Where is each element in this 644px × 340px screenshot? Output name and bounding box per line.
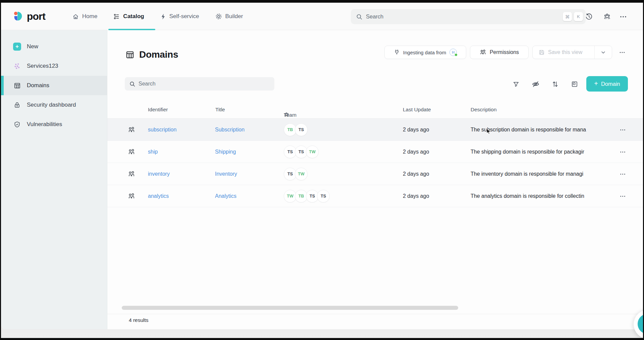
filter-button[interactable] — [509, 78, 522, 91]
team-avatar[interactable]: TS — [295, 123, 308, 136]
last-update: 2 days ago — [403, 185, 429, 207]
nav-item-builder[interactable]: Builder — [215, 13, 243, 20]
team-avatar[interactable]: TW — [295, 168, 308, 180]
table-row[interactable]: subscription Subscription TBTS 2 days ag… — [107, 119, 643, 141]
sidebar-item-security-dashboard[interactable]: Security dashboard — [1, 95, 107, 115]
identifier-link[interactable]: analytics — [148, 193, 169, 199]
table-icon — [13, 82, 21, 89]
blueprint-group-icon — [128, 141, 135, 163]
sidebar-item-new[interactable]: + New — [1, 37, 107, 56]
column-header-identifier[interactable]: Identifier — [148, 107, 168, 113]
cmd-keycap: ⌘ — [563, 12, 572, 21]
nav-label: Builder — [225, 13, 243, 20]
history-button[interactable] — [583, 11, 595, 23]
blueprint-group-icon — [128, 163, 135, 185]
plug-icon — [394, 49, 400, 55]
title-link[interactable]: Analytics — [215, 193, 236, 199]
nav-label: Catalog — [123, 13, 144, 20]
ellipsis-icon — [620, 16, 627, 18]
nav-label: Self-service — [169, 13, 199, 20]
add-domain-button[interactable]: + Domain — [586, 76, 628, 92]
window-background: port Home Catalog — [1, 3, 643, 338]
more-options-button[interactable] — [617, 11, 629, 23]
row-actions-button[interactable] — [616, 141, 629, 163]
sidebar-item-services123[interactable]: Services123 — [1, 56, 107, 76]
services-cluster-icon — [13, 63, 21, 70]
plus-icon: + — [594, 80, 598, 88]
identifier-link[interactable]: ship — [148, 149, 158, 155]
horizontal-scrollbar[interactable] — [122, 306, 458, 310]
team-avatar[interactable]: TW — [306, 146, 319, 158]
group-icon — [480, 49, 486, 56]
column-header-last-update[interactable]: Last Update — [403, 107, 431, 113]
team-avatars: TSTW — [284, 163, 308, 185]
nav-item-home[interactable]: Home — [72, 13, 97, 20]
catalog-icon — [113, 13, 120, 20]
save-view-dropdown[interactable] — [594, 46, 612, 59]
search-icon — [129, 81, 135, 87]
team-avatar[interactable]: TS — [317, 190, 330, 203]
lightning-icon — [160, 13, 166, 20]
table-search[interactable] — [125, 77, 274, 91]
integration-badge: H — [449, 49, 457, 56]
column-header-description[interactable]: Description — [471, 107, 497, 113]
save-icon — [539, 49, 545, 55]
blueprint-group-icon — [128, 185, 135, 207]
sidebar-item-vulnerabilities[interactable]: Vulnerabilities — [1, 115, 107, 134]
sidebar-item-label: Domains — [27, 82, 49, 89]
identifier-link[interactable]: subscription — [148, 127, 176, 133]
row-actions-button[interactable] — [616, 185, 629, 207]
blueprint-group-icon — [128, 119, 135, 141]
last-update: 2 days ago — [403, 141, 429, 163]
hide-columns-button[interactable] — [529, 78, 542, 91]
identifier-link[interactable]: inventory — [148, 171, 170, 177]
title-link[interactable]: Shipping — [215, 149, 236, 155]
description: The shipping domain is responsible for p… — [471, 141, 617, 163]
group-by-button[interactable] — [568, 78, 581, 91]
save-view-label: Save this view — [548, 49, 582, 55]
search-icon — [356, 14, 362, 20]
screenshot-frame: port Home Catalog — [0, 0, 644, 340]
global-search-input[interactable] — [366, 13, 561, 20]
column-header-title[interactable]: Title — [215, 107, 225, 113]
clock-history-icon — [585, 13, 593, 20]
nav-item-self-service[interactable]: Self-service — [160, 13, 199, 20]
app-window: port Home Catalog — [1, 3, 643, 329]
gear-icon — [215, 13, 222, 20]
add-domain-label: Domain — [601, 81, 620, 87]
title-link[interactable]: Subscription — [215, 127, 245, 133]
table-header: Identifier Title Team Last Update Descri… — [107, 101, 643, 119]
description: The subscription domain is responsible f… — [471, 119, 617, 141]
table-row[interactable]: analytics Analytics TWTBTSTS 2 days ago … — [107, 185, 643, 207]
row-actions-button[interactable] — [616, 163, 629, 185]
table-search-input[interactable] — [139, 81, 274, 87]
port-logo[interactable]: port — [13, 3, 45, 30]
main-nav: Home Catalog Self-service — [72, 3, 243, 30]
sidebar-item-label: Vulnerabilities — [27, 121, 62, 128]
row-actions-button[interactable] — [616, 119, 629, 141]
sidebar-item-label: Security dashboard — [27, 102, 76, 108]
k-keycap: K — [574, 12, 583, 21]
table-row[interactable]: ship Shipping TSTSTW 2 days ago The ship… — [107, 141, 643, 163]
organization-button[interactable] — [601, 11, 613, 23]
table-row[interactable]: inventory Inventory TSTW 2 days ago The … — [107, 163, 643, 185]
table-body: subscription Subscription TBTS 2 days ag… — [107, 119, 643, 207]
results-count: 4 results — [129, 317, 149, 323]
global-search[interactable]: ⌘ K — [351, 9, 586, 24]
sidebar-item-label: Services123 — [27, 63, 58, 69]
permissions-label: Permissions — [490, 49, 519, 55]
team-avatars: TBTS — [284, 119, 308, 141]
title-link[interactable]: Inventory — [215, 171, 237, 177]
nav-item-catalog[interactable]: Catalog — [113, 13, 144, 20]
lock-icon — [13, 102, 21, 108]
sort-button[interactable] — [549, 78, 561, 91]
status-dot — [454, 53, 458, 56]
save-view-button[interactable]: Save this view — [533, 49, 591, 55]
ingesting-data-button[interactable]: Ingesting data from H — [384, 46, 466, 59]
main-content: Domains Ingesting data from H — [107, 30, 643, 329]
sidebar-item-domains[interactable]: Domains — [1, 76, 107, 95]
page-more-options-button[interactable] — [616, 48, 628, 57]
nav-label: Home — [82, 13, 97, 20]
top-navigation-bar: port Home Catalog — [1, 3, 643, 30]
permissions-button[interactable]: Permissions — [470, 46, 529, 59]
